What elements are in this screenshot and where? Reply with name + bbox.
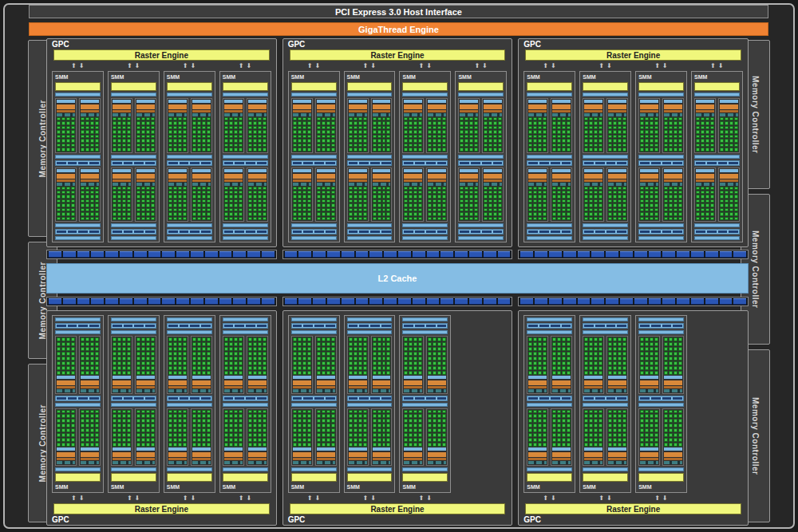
- core-cell: [192, 410, 196, 414]
- subblock-blue-bar: [404, 100, 422, 103]
- core-cell: [552, 410, 556, 414]
- core-cell: [464, 217, 468, 220]
- core-cell: [136, 357, 140, 361]
- subblock-blue-bar: [168, 447, 187, 451]
- core-cell: [258, 366, 262, 370]
- core-cell: [437, 352, 441, 356]
- core-cell: [618, 352, 622, 356]
- core-cell: [331, 208, 335, 211]
- core-cell: [141, 366, 145, 370]
- core-grid: [373, 187, 391, 221]
- crossbar-segment: [313, 298, 326, 305]
- core-cell: [183, 414, 187, 418]
- core-cell: [90, 352, 94, 356]
- core-cell: [584, 148, 588, 151]
- core-cell: [594, 144, 598, 147]
- core-cell: [594, 217, 598, 220]
- core-cell: [413, 217, 417, 220]
- core-cell: [418, 361, 422, 365]
- core-cell: [645, 217, 649, 220]
- core-cell: [622, 144, 626, 147]
- smm-processing-block: [55, 98, 101, 153]
- core-cell: [168, 217, 172, 220]
- core-cell: [71, 361, 75, 365]
- segmented-bar-cell: [640, 231, 650, 233]
- core-cell: [207, 357, 211, 361]
- core-cell: [618, 199, 622, 203]
- core-cell: [409, 424, 413, 428]
- core-cell: [696, 217, 700, 220]
- core-cell: [552, 337, 556, 341]
- core-cell: [418, 419, 422, 423]
- core-cell: [622, 371, 626, 375]
- core-cell: [543, 144, 547, 147]
- core-cell: [469, 144, 473, 147]
- core-cell: [678, 424, 682, 428]
- core-cell: [122, 424, 126, 428]
- core-cell: [584, 433, 588, 437]
- core-cell: [331, 347, 335, 351]
- subblock-dark-orange-bar: [57, 386, 75, 388]
- smm-subblock: [55, 408, 77, 467]
- up-arrow-icon: ⬆: [307, 495, 313, 502]
- core-cell: [488, 195, 492, 198]
- core-grid: [248, 410, 267, 447]
- segmented-bar-cell: [303, 162, 313, 164]
- core-cell: [498, 139, 502, 142]
- core-cell: [66, 144, 70, 147]
- subblock-dark-orange-bar: [248, 110, 267, 112]
- core-cell: [386, 126, 390, 129]
- core-grid: [484, 187, 502, 221]
- core-grid: [57, 117, 75, 152]
- smm-processing-block: [291, 408, 337, 467]
- core-cell: [81, 195, 85, 198]
- core-cell: [543, 347, 547, 351]
- core-cell: [701, 187, 705, 190]
- core-cell: [239, 419, 243, 423]
- core-cell: [253, 366, 257, 370]
- core-cell: [141, 352, 145, 356]
- subblock-blue-bar: [317, 100, 335, 103]
- subblock-dark-orange-bar: [584, 386, 602, 388]
- core-cell: [598, 135, 602, 138]
- core-cell: [598, 342, 602, 346]
- core-cell: [85, 203, 89, 207]
- core-cell: [183, 337, 187, 341]
- core-cell: [720, 191, 724, 194]
- core-cell: [622, 126, 626, 129]
- core-cell: [234, 217, 238, 220]
- segmented-bar-cell: [460, 231, 469, 233]
- core-cell: [725, 126, 729, 129]
- arrow-pair: ⬆⬇: [399, 493, 451, 503]
- core-cell: [253, 130, 257, 133]
- smm-subblock: [315, 98, 337, 153]
- segmented-bar-cell: [471, 162, 480, 164]
- core-cell: [618, 144, 622, 147]
- core-cell: [734, 217, 738, 220]
- core-cell: [557, 144, 561, 147]
- core-cell: [197, 217, 201, 220]
- core-cell: [151, 342, 155, 346]
- core-cell: [192, 342, 196, 346]
- subblock-dark-orange-bar: [317, 386, 335, 388]
- core-cell: [613, 126, 617, 129]
- smm-label: SMM: [402, 483, 448, 491]
- core-cell: [151, 139, 155, 142]
- core-cell: [61, 342, 65, 346]
- core-cell: [234, 195, 238, 198]
- core-cell: [645, 428, 649, 432]
- core-cell: [354, 366, 358, 370]
- core-cell: [224, 438, 228, 442]
- core-cell: [413, 443, 417, 447]
- core-cell: [418, 342, 422, 346]
- core-cell: [95, 410, 99, 414]
- core-cell: [81, 217, 85, 220]
- subblock-orange-bar: [168, 174, 187, 179]
- segmented-bar-cell: [168, 397, 178, 400]
- segmented-bar-cell: [359, 231, 369, 233]
- core-cell: [409, 117, 413, 120]
- segmented-bar-cell: [235, 325, 244, 327]
- subblock-teal-bar: [484, 113, 502, 116]
- subblock-teal-bar: [404, 461, 422, 464]
- core-cell: [543, 419, 547, 423]
